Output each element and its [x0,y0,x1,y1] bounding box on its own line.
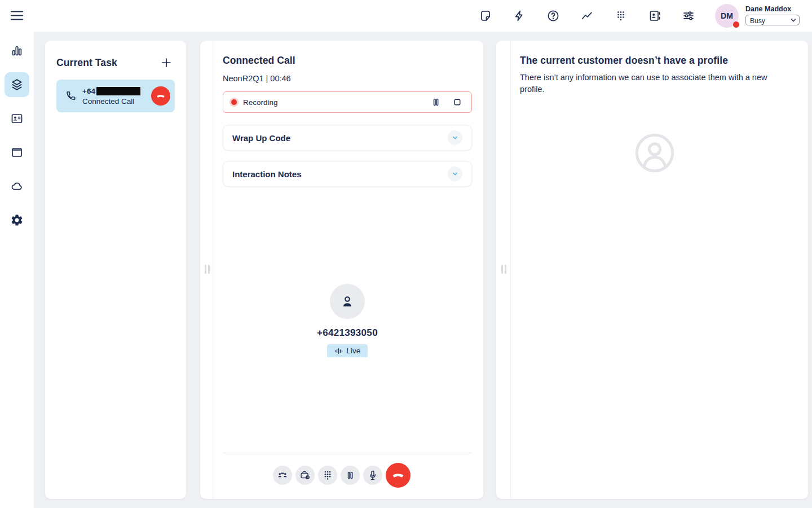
live-label: Live [347,347,361,355]
topbar-icon-row [479,9,695,23]
wrap-up-code-accordion[interactable]: Wrap Up Code [223,125,472,151]
current-task-panel: Current Task +64 Connected Call [45,41,186,499]
phone-icon [64,90,77,102]
profile-placeholder-icon [632,130,677,176]
waveform-icon [334,347,343,355]
call-controls [200,463,483,488]
stop-recording-icon[interactable] [451,96,464,108]
panel-gutter [200,41,213,499]
menu-icon[interactable] [9,9,25,23]
transfer-icon[interactable] [273,466,292,485]
redacted-number [96,87,140,95]
dialpad-icon[interactable] [318,466,337,485]
analytics-icon [10,44,24,58]
directory-icon [10,112,24,125]
preferences-icon[interactable] [682,9,695,23]
status-dot [733,21,739,28]
connected-call-panel: Connected Call NeonR2Q1 | 00:46 Recordin… [200,41,483,499]
topbar: DM Dane Maddox Busy [0,0,812,32]
sidebar-item-directory[interactable] [5,106,29,131]
contact-number: +6421393050 [223,327,472,339]
user-name: Dane Maddox [745,5,800,13]
recording-bar: Recording [223,91,472,113]
divider [223,453,472,453]
chevron-down-icon [448,130,462,145]
dialpad-icon[interactable] [614,9,628,23]
contacts-icon[interactable] [648,9,661,23]
sidebar-item-cloud[interactable] [5,174,29,199]
sidebar-item-settings[interactable] [5,208,29,233]
task-number: +64 [82,87,140,95]
customer-profile-panel: The current customer doesn’t have a prof… [496,41,808,499]
panel-resize-handle[interactable] [501,265,506,274]
wrap-up-code-label: Wrap Up Code [232,133,290,143]
avatar-initials: DM [721,11,733,20]
apps-icon [10,146,24,159]
help-icon[interactable] [546,9,560,23]
hold-icon[interactable] [341,466,360,485]
person-icon [339,293,356,310]
add-task-button[interactable] [160,55,175,70]
recording-dot [231,99,237,105]
no-profile-description: There isn’t any information we can use t… [520,72,789,95]
panel-gutter [496,41,511,499]
cloud-icon [10,179,24,193]
contact-block: +6421393050 Live [223,284,472,357]
task-card[interactable]: +64 Connected Call [56,80,175,112]
panel-resize-handle[interactable] [205,265,210,274]
current-task-title: Current Task [56,57,117,69]
task-status: Connected Call [82,97,140,106]
end-call-icon[interactable] [151,86,170,106]
user-block: Dane Maddox Busy [745,5,800,25]
pause-recording-icon[interactable] [430,96,442,108]
connected-call-title: Connected Call [223,55,472,67]
session-info: NeonR2Q1 | 00:46 [223,74,472,83]
interaction-notes-accordion[interactable]: Interaction Notes [223,161,472,187]
live-badge: Live [327,344,368,357]
end-call-icon[interactable] [386,463,411,488]
no-profile-title: The current customer doesn’t have a prof… [520,55,795,67]
interaction-notes-label: Interaction Notes [232,169,302,179]
sidebar-item-apps[interactable] [5,140,29,165]
notes-icon[interactable] [479,9,492,23]
sidebar-item-interactions[interactable] [5,72,29,97]
interactions-icon [10,77,24,92]
secure-pause-icon[interactable] [295,466,315,485]
sidebar-item-analytics[interactable] [5,38,29,63]
recording-label: Recording [243,98,278,107]
sidebar [0,0,34,508]
performance-icon[interactable] [580,9,594,23]
mute-icon[interactable] [363,466,382,485]
contact-avatar [330,284,365,319]
avatar[interactable]: DM [715,4,739,28]
chevron-down-icon [448,167,462,181]
quick-actions-icon[interactable] [513,9,526,23]
status-select[interactable]: Busy [745,15,800,25]
settings-icon [10,213,24,227]
